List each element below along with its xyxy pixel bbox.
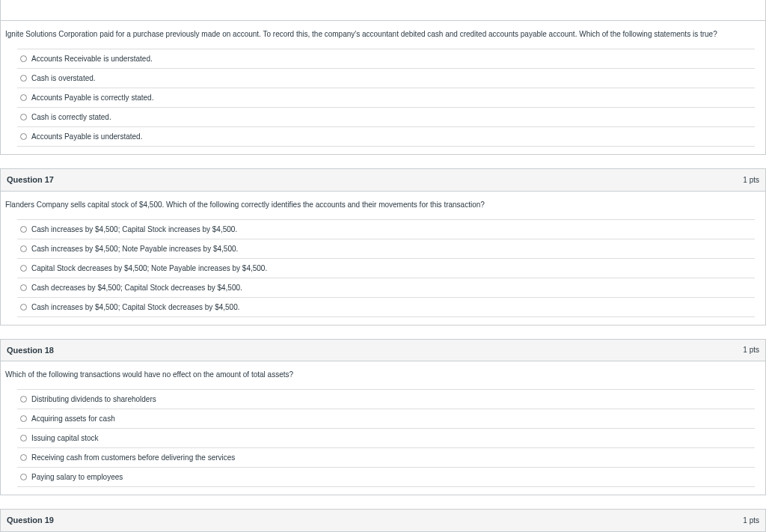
radio-icon[interactable] <box>20 415 27 422</box>
answer-label: Capital Stock decreases by $4,500; Note … <box>31 263 267 274</box>
radio-icon[interactable] <box>20 304 27 311</box>
radio-icon[interactable] <box>20 474 27 480</box>
radio-icon[interactable] <box>20 55 27 62</box>
answer-row[interactable]: Accounts Payable is understated. <box>17 126 755 147</box>
radio-icon[interactable] <box>20 133 27 140</box>
answer-row[interactable]: Receiving cash from customers before del… <box>17 447 755 467</box>
answer-label: Receiving cash from customers before del… <box>31 452 235 463</box>
question-body-18: Which of the following transactions woul… <box>1 361 765 495</box>
radio-icon[interactable] <box>20 435 27 441</box>
question-header-19: Question 19 1 pts <box>1 510 765 532</box>
question-pts: 1 pts <box>743 174 759 186</box>
answer-row[interactable]: Capital Stock decreases by $4,500; Note … <box>17 258 755 278</box>
question-pts: 1 pts <box>743 515 759 526</box>
question-block-19: Question 19 1 pts Borrowing money from a… <box>0 509 766 532</box>
question-header-partial: Q <box>1 0 765 21</box>
radio-icon[interactable] <box>20 114 27 120</box>
question-body-17: Flanders Company sells capital stock of … <box>1 192 765 325</box>
answer-row[interactable]: Cash increases by $4,500; Capital Stock … <box>17 219 755 239</box>
radio-icon[interactable] <box>20 284 27 291</box>
radio-icon[interactable] <box>20 454 27 461</box>
question-title: Question 18 <box>7 344 54 357</box>
answer-row[interactable]: Acquiring assets for cash <box>17 409 755 428</box>
answer-row[interactable]: Cash is overstated. <box>17 68 755 88</box>
answers-18: Distributing dividends to shareholders A… <box>17 389 755 487</box>
answer-row[interactable]: Accounts Receivable is understated. <box>17 49 755 68</box>
answer-row[interactable]: Accounts Payable is correctly stated. <box>17 88 755 107</box>
answer-label: Cash is correctly stated. <box>31 111 111 123</box>
radio-icon[interactable] <box>20 265 27 272</box>
answer-label: Issuing capital stock <box>31 432 99 444</box>
answer-label: Distributing dividends to shareholders <box>31 394 156 405</box>
answer-row[interactable]: Cash increases by $4,500; Note Payable i… <box>17 239 755 258</box>
answer-label: Paying salary to employees <box>31 471 123 483</box>
question-prompt: Flanders Company sells capital stock of … <box>4 199 759 210</box>
answer-label: Cash increases by $4,500; Note Payable i… <box>31 243 238 254</box>
answer-row[interactable]: Issuing capital stock <box>17 428 755 447</box>
answer-row[interactable]: Cash increases by $4,500; Capital Stock … <box>17 297 755 317</box>
question-block-17: Question 17 1 pts Flanders Company sells… <box>0 168 766 325</box>
question-body-partial: Ignite Solutions Corporation paid for a … <box>1 21 765 154</box>
radio-icon[interactable] <box>20 226 27 233</box>
question-block-partial: Q Ignite Solutions Corporation paid for … <box>0 0 766 155</box>
question-prompt-partial: Ignite Solutions Corporation paid for a … <box>4 28 759 40</box>
answer-label: Cash increases by $4,500; Capital Stock … <box>31 224 237 235</box>
question-pts: 1 pts <box>743 344 759 355</box>
question-prompt: Which of the following transactions woul… <box>4 369 759 380</box>
question-title: Question 19 <box>7 514 54 527</box>
radio-icon[interactable] <box>20 396 27 403</box>
answer-label: Accounts Receivable is understated. <box>31 53 153 64</box>
answer-label: Accounts Payable is correctly stated. <box>31 92 153 103</box>
question-header-18: Question 18 1 pts <box>1 340 765 362</box>
answer-row[interactable]: Paying salary to employees <box>17 467 755 487</box>
answer-label: Accounts Payable is understated. <box>31 131 142 142</box>
answer-row[interactable]: Cash decreases by $4,500; Capital Stock … <box>17 278 755 297</box>
answer-label: Cash increases by $4,500; Capital Stock … <box>31 302 240 313</box>
question-header-17: Question 17 1 pts <box>1 169 765 192</box>
answer-row[interactable]: Cash is correctly stated. <box>17 107 755 126</box>
answers-partial: Accounts Receivable is understated. Cash… <box>17 49 755 147</box>
question-block-18: Question 18 1 pts Which of the following… <box>0 339 766 496</box>
radio-icon[interactable] <box>20 75 27 82</box>
question-title: Question 17 <box>7 174 54 186</box>
answers-17: Cash increases by $4,500; Capital Stock … <box>17 219 755 317</box>
answer-label: Acquiring assets for cash <box>31 413 115 424</box>
answer-row[interactable]: Distributing dividends to shareholders <box>17 389 755 409</box>
radio-icon[interactable] <box>20 245 27 252</box>
radio-icon[interactable] <box>20 94 27 101</box>
answer-label: Cash decreases by $4,500; Capital Stock … <box>31 282 242 293</box>
answer-label: Cash is overstated. <box>31 73 96 84</box>
